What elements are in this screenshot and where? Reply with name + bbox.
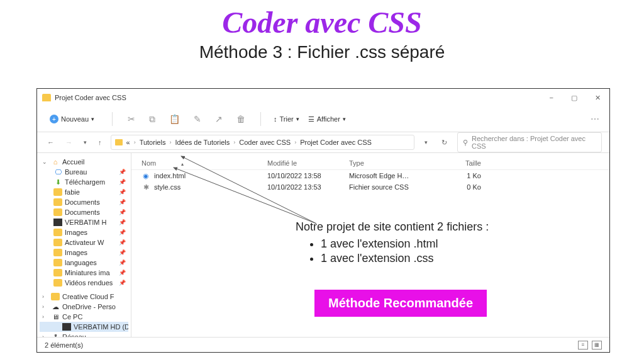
addressbar: ← → ▾ ↑ « › Tutoriels › Idées de Tutorie…: [37, 132, 609, 153]
sidebar-group[interactable]: VERBATIM HD (D: [40, 322, 128, 332]
sidebar-item[interactable]: Images📌: [40, 227, 128, 237]
sidebar-item[interactable]: Images📌: [40, 247, 128, 258]
column-name[interactable]: Nom▴: [142, 159, 267, 167]
column-type[interactable]: Type: [349, 159, 431, 167]
window-controls: − ▢ ✕: [546, 94, 604, 102]
file-row[interactable]: ✱style.css10/10/2022 13:53Fichier source…: [131, 181, 609, 193]
sidebar-home[interactable]: ⌄ ⌂ Accueil: [40, 157, 128, 167]
caret-icon: ›: [42, 304, 48, 310]
sort-icon: ↕: [274, 115, 277, 123]
breadcrumb-item[interactable]: Projet Coder avec CSS: [299, 139, 373, 146]
status-text: 2 élément(s): [45, 341, 83, 349]
breadcrumb-item[interactable]: Coder avec CSS: [238, 139, 292, 146]
pin-icon: 📌: [119, 239, 126, 246]
breadcrumb-item[interactable]: «: [125, 139, 131, 146]
sidebar-item[interactable]: VERBATIM H📌: [40, 217, 128, 227]
caret-icon: ›: [42, 314, 48, 320]
share-icon[interactable]: ↗: [213, 111, 225, 127]
download-icon: ⬇: [53, 178, 62, 186]
chevron-down-icon: ▾: [91, 116, 94, 122]
paste-icon[interactable]: 📋: [167, 111, 182, 127]
search-input[interactable]: ⚲ Rechercher dans : Projet Coder avec CS…: [457, 132, 602, 152]
cut-icon[interactable]: ✂: [125, 111, 138, 127]
sidebar-item-label: Vidéos rendues: [65, 279, 113, 287]
view-button[interactable]: ☰ Afficher ▾: [308, 115, 346, 123]
pin-icon: 📌: [119, 229, 126, 236]
breadcrumb-item[interactable]: Tutoriels: [138, 139, 167, 146]
slide-subtitle: Méthode 3 : Fichier .css séparé: [0, 42, 644, 62]
new-button[interactable]: + Nouveau ▾: [45, 113, 99, 125]
sidebar-item[interactable]: Documents📌: [40, 197, 128, 207]
thumbnails-view-icon[interactable]: ▦: [592, 341, 602, 350]
sidebar-item-label: Miniatures ima: [65, 269, 110, 276]
sidebar-group[interactable]: ›Creative Cloud F: [40, 292, 128, 302]
pin-icon: 📌: [119, 199, 126, 205]
sidebar-item[interactable]: fabie📌: [40, 187, 128, 197]
close-button[interactable]: ✕: [591, 94, 604, 102]
sidebar-item[interactable]: Activateur W📌: [40, 237, 128, 247]
breadcrumb: « › Tutoriels › Idées de Tutoriels › Cod…: [111, 135, 415, 150]
breadcrumb-item[interactable]: Idées de Tutoriels: [174, 139, 231, 146]
sidebar-group[interactable]: ›🖥Ce PC: [40, 312, 128, 322]
chevron-right-icon: ›: [294, 139, 296, 145]
folder-icon: [53, 259, 62, 266]
view-icon: ☰: [308, 115, 314, 123]
dropdown-icon[interactable]: ▾: [421, 139, 431, 145]
net-icon: 🖧: [51, 333, 60, 337]
html-file-icon: ◉: [142, 171, 150, 180]
sidebar-item-label: Documents: [65, 198, 100, 206]
folder-icon: [53, 208, 62, 216]
sidebar-group-label: VERBATIM HD (D: [74, 323, 128, 331]
new-button-label: Nouveau: [61, 115, 89, 123]
sidebar-group[interactable]: ›☁OneDrive - Perso: [40, 302, 128, 312]
file-row[interactable]: ◉index.html10/10/2022 13:58Microsoft Edg…: [131, 170, 609, 181]
cloud-icon: ☁: [51, 303, 60, 310]
maximize-button[interactable]: ▢: [567, 94, 581, 102]
window-title: Projet Coder avec CSS: [42, 94, 126, 101]
sidebar-item[interactable]: Documents📌: [40, 207, 128, 217]
chevron-right-icon: ›: [233, 139, 235, 145]
refresh-button[interactable]: ↻: [438, 139, 451, 147]
sidebar-item[interactable]: Vidéos rendues📌: [40, 278, 128, 288]
sidebar-item-label: Activateur W: [65, 239, 104, 246]
file-name: style.css: [154, 183, 180, 191]
search-placeholder: Rechercher dans : Projet Coder avec CSS: [472, 135, 596, 150]
minimize-button[interactable]: −: [546, 94, 557, 102]
pin-icon: 📌: [119, 209, 126, 215]
sidebar-item[interactable]: ⬇Téléchargem📌: [40, 177, 128, 187]
recommended-badge: Méthode Recommandée: [314, 290, 487, 317]
window-title-text: Projet Coder avec CSS: [55, 94, 126, 101]
up-button[interactable]: ▾: [81, 138, 89, 147]
file-type: Microsoft Edge H…: [349, 172, 431, 179]
delete-icon[interactable]: 🗑: [234, 111, 248, 127]
caret-icon: ›: [42, 293, 48, 300]
column-date[interactable]: Modifié le: [267, 159, 349, 167]
file-date: 10/10/2022 13:58: [267, 172, 349, 179]
copy-icon[interactable]: ⧉: [147, 111, 158, 127]
back-button[interactable]: ←: [45, 137, 57, 147]
sidebar-group[interactable]: ›🖧Réseau: [40, 332, 128, 337]
folder-icon: [53, 249, 62, 256]
sort-button[interactable]: ↕ Trier ▾: [274, 115, 299, 123]
pin-icon: 📌: [119, 189, 126, 195]
file-type: Fichier source CSS: [349, 183, 431, 191]
folder-icon: [53, 188, 62, 196]
sidebar-group-label: Réseau: [62, 333, 86, 337]
forward-button[interactable]: →: [63, 137, 75, 147]
sidebar-item[interactable]: languages📌: [40, 258, 128, 268]
column-size[interactable]: Taille: [431, 159, 481, 167]
caret-icon: ›: [42, 334, 48, 337]
up-button[interactable]: ↑: [96, 137, 104, 147]
sidebar-item[interactable]: Miniatures ima📌: [40, 268, 128, 278]
more-icon[interactable]: ⋯: [588, 111, 602, 127]
sidebar-item[interactable]: 🖵Bureau📌: [40, 167, 128, 177]
folder-icon: [53, 269, 62, 276]
sidebar-label: Accueil: [62, 158, 84, 166]
folder-icon: [42, 94, 51, 101]
sidebar-item-label: Images: [65, 249, 87, 256]
rename-icon[interactable]: ✎: [191, 111, 204, 127]
sidebar-item-label: Téléchargem: [65, 178, 105, 186]
pc-icon: 🖥: [51, 313, 60, 321]
folder-blue-icon: [53, 229, 62, 236]
details-view-icon[interactable]: ≡: [578, 341, 588, 350]
